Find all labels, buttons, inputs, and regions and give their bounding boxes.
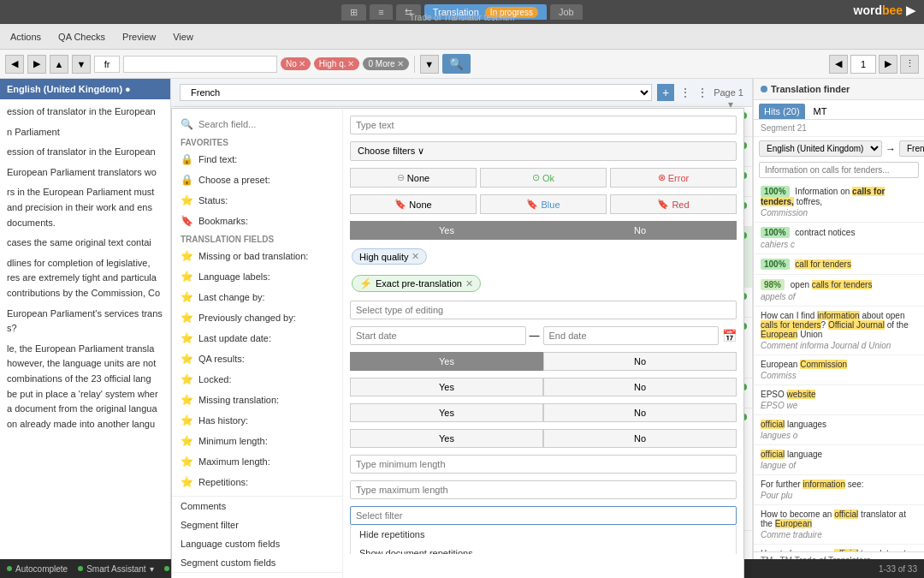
search-text-input[interactable] [123,56,277,73]
result-pct-3: 100% [761,259,790,270]
history-yes-btn[interactable]: Yes [350,429,543,448]
search-field-input[interactable] [198,119,334,129]
last-update-item[interactable]: ⭐ Last update date: [172,328,342,349]
nav-up-btn[interactable]: ▲ [50,55,68,74]
mid-lang-select[interactable]: French [180,84,652,101]
choose-preset-item[interactable]: 🔒 Choose a preset: [172,170,342,190]
bookmark-none-btn[interactable]: 🔖 None [350,194,477,214]
tab-list-icon[interactable]: ≡ [370,4,392,20]
tab-grid-icon[interactable]: ⊞ [341,4,366,21]
result-item-10: For further information see: Pour plu [754,475,924,505]
qa-no-btn[interactable]: No [543,352,737,371]
locked-item[interactable]: ⭐ Locked: [172,369,342,390]
toolbar-qa-checks[interactable]: QA Checks [55,30,109,44]
expand-btn[interactable]: ▼ [420,55,439,74]
status-buttons: ⊖ None ⊙ Ok ⊗ Error [350,168,737,188]
choose-filters-btn[interactable]: Choose filters ∨ [350,141,737,161]
max-length-input[interactable] [350,480,737,499]
filter-tag-high[interactable]: High q. ✕ [314,57,360,70]
qa-results-item[interactable]: ⭐ QA results: [172,349,342,369]
hide-repetitions-option[interactable]: Hide repetitions [351,525,736,544]
mid-header: French + ⋮ ⋮ Page 1 [171,79,752,107]
mid-menu-icon[interactable]: ⋮ [696,86,708,99]
right-tgt-lang-select[interactable]: French [899,140,924,157]
segment-custom-item[interactable]: Segment custom fields [172,553,342,572]
toolbar-preview[interactable]: Preview [119,30,159,44]
smart-assistant-chevron[interactable]: ▾ [150,564,154,574]
bookmark-red-btn[interactable]: 🔖 Red [610,194,737,214]
prev-changed-item[interactable]: ⭐ Previously changed by: [172,307,342,328]
right-tab-hits[interactable]: Hits (20) [759,104,805,119]
missing-no-btn[interactable]: No [543,221,737,240]
language-labels-item[interactable]: ⭐ Language labels: [172,266,342,287]
result-src-7: EPSO website [761,390,815,399]
pretrans-remove[interactable]: ✕ [465,278,473,289]
chevron-down-icon: ▾ [728,109,733,110]
toolbar-actions[interactable]: Actions [7,30,44,44]
pretrans-tag[interactable]: ⚡ Exact pre-translation ✕ [352,275,481,292]
right-src-lang-select[interactable]: English (United Kingdom) [759,140,882,157]
page-options-btn[interactable]: ⋮ [900,55,919,74]
end-date-input[interactable] [543,326,720,345]
missing-icon: ⭐ [181,250,193,262]
bookmarks-item[interactable]: 🔖 Bookmarks: [172,211,342,231]
missing-yes-btn[interactable]: Yes [350,221,543,240]
right-arrow-icon: → [886,143,896,155]
status-item[interactable]: ⭐ Status: [172,190,342,211]
select-filter-input[interactable] [350,506,737,525]
missing2-no-btn[interactable]: No [543,403,737,422]
locked-no-btn[interactable]: No [543,378,737,396]
qa-yes-btn[interactable]: Yes [350,352,543,371]
segment-filter-item[interactable]: Segment filter [172,515,342,534]
filter-tag-no[interactable]: No ✕ [281,57,311,70]
nav-next-btn[interactable]: ▶ [27,55,46,74]
max-length-item[interactable]: ⭐ Maximum length: [172,451,342,472]
page-next-btn[interactable]: ▶ [879,55,897,74]
status-error-btn[interactable]: ⊗ Error [610,168,737,188]
has-history-item[interactable]: ⭐ Has history: [172,410,342,431]
nav-prev-btn[interactable]: ◀ [5,55,24,74]
history-no-btn[interactable]: No [543,429,737,448]
tab-job[interactable]: Job [550,4,583,20]
page-input[interactable] [850,55,876,74]
filter-no-remove[interactable]: ✕ [299,59,305,69]
lang-custom-item[interactable]: Language custom fields [172,534,342,553]
language-filter-input[interactable] [94,56,120,73]
filter-high-remove[interactable]: ✕ [347,59,354,69]
select-type-input[interactable] [350,301,737,319]
missing2-yes-btn[interactable]: Yes [350,403,543,422]
nav-down-btn[interactable]: ▼ [72,55,91,74]
start-date-input[interactable] [350,326,526,345]
right-tab-mt[interactable]: MT [808,104,832,119]
mid-options-icon[interactable]: ⋮ [679,86,691,99]
repetitions-item[interactable]: ⭐ Repetitions: [172,472,342,492]
page-prev-btn[interactable]: ◀ [829,55,848,74]
find-text-item[interactable]: 🔒 Find text: [172,149,342,170]
status-ok-btn[interactable]: ⊙ Ok [480,168,607,188]
right-search-input[interactable] [759,162,919,178]
search-button[interactable]: 🔍 [442,54,471,74]
filter-tag-more[interactable]: 0 More ✕ [363,57,408,70]
show-doc-repetitions-option[interactable]: Show document repetitions [351,544,736,554]
last-change-item[interactable]: ⭐ Last change by: [172,287,342,307]
min-length-input[interactable] [350,455,737,474]
min-length-icon: ⭐ [181,435,193,447]
calendar-icon[interactable]: 📅 [722,329,737,343]
comments-item[interactable]: Comments [172,497,342,515]
status-none-btn[interactable]: ⊖ None [350,168,477,188]
high-quality-remove[interactable]: ✕ [412,251,419,262]
min-length-item[interactable]: ⭐ Minimum length: [172,431,342,451]
result-src-8: official languages [761,420,826,429]
filter-more-remove[interactable]: ✕ [397,59,404,69]
high-quality-tag[interactable]: High quality ✕ [352,248,427,265]
find-text-icon: 🔒 [181,153,193,165]
bookmark-buttons: 🔖 None 🔖 Blue 🔖 Red [350,194,737,214]
missing-bad-item[interactable]: ⭐ Missing or bad translation: [172,246,342,266]
missing-trans-yesno: Yes No [350,221,737,240]
toolbar-view[interactable]: View [169,30,197,44]
locked-yes-btn[interactable]: Yes [350,378,543,396]
mid-add-btn[interactable]: + [657,84,674,101]
missing-trans-item[interactable]: ⭐ Missing translation: [172,390,342,410]
find-text-field[interactable] [350,116,737,134]
bookmark-blue-btn[interactable]: 🔖 Blue [480,194,607,214]
